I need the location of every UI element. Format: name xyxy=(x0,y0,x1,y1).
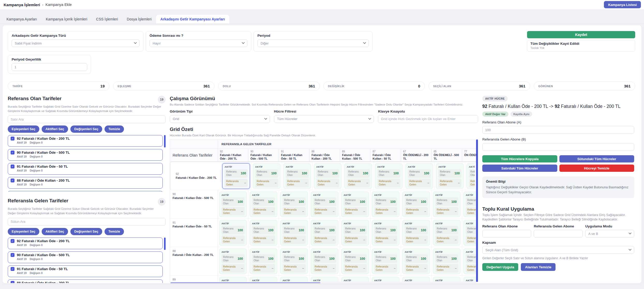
bulk-ref-subscriber-input[interactable] xyxy=(482,230,531,238)
checkbox-checked-icon[interactable]: ✓ xyxy=(11,137,14,140)
grid-cell[interactable]: AKTİF Referans Olan100 Referansla Gelen– xyxy=(280,220,308,246)
grid-cell[interactable]: AKTİF Referans Olan100 Referansla Gelen– xyxy=(436,163,464,189)
list-scrollbar-thumb[interactable] xyxy=(164,238,166,250)
campaign-type-select[interactable]: Sabit Fiyat İndirim xyxy=(12,39,139,47)
grid-cell[interactable]: AKTİF Referans Olan100 Referansla Gelen– xyxy=(402,277,430,282)
all-cells-in-column-button[interactable]: Sütundaki Tüm Hücreler xyxy=(559,155,634,162)
grid-cell[interactable]: AKTİF Referans Olan100 Referansla Gelen– xyxy=(405,163,433,189)
incoming-subscriber-b-input[interactable] xyxy=(482,143,634,151)
grid-cell[interactable]: AKTİF Referans Olan100 Referansla Gelen– xyxy=(280,277,308,282)
period-select[interactable]: Diğer xyxy=(257,39,369,47)
grid-cell[interactable]: AKTİF Referans Olan100 Referansla Gelen– xyxy=(219,220,247,246)
bulk-mode-select[interactable]: A ve B xyxy=(585,230,634,238)
grid-cell[interactable]: AKTİF Referans Olan100 Referansla Gelen– xyxy=(372,248,399,274)
grid-cell[interactable]: AKTİF Referans Olan100 Referansla Gelen– xyxy=(463,248,478,274)
grid-cell[interactable]: AKTİF Referans Olan100 Referansla Gelen– xyxy=(463,191,478,217)
checkbox-checked-icon[interactable]: ✓ xyxy=(11,151,14,154)
grid-cell[interactable]: AKTİF Referans Olan100 Referansla Gelen– xyxy=(372,191,399,217)
grid-cell[interactable]: AKTİF Referans Olan100 Referansla Gelen– xyxy=(250,277,277,282)
tariff-list-item[interactable]: ✓ 88 Faturalı / Öde Kullan - 200 TL Akti… xyxy=(8,279,163,283)
grid-cell[interactable]: AKTİF Referans Olan100 Referansla Gelen– xyxy=(433,220,461,246)
panel-action-button[interactable]: Temizle xyxy=(105,228,124,235)
save-button[interactable]: Kaydet xyxy=(527,31,635,38)
grid-cell[interactable]: AKTİF Referans Olan100 Referansla Gelen– xyxy=(311,248,338,274)
tab-kampanya-icerik[interactable]: Kampanya İçerik İşlemleri xyxy=(41,15,92,24)
panel-action-button[interactable]: Eşleşenleri Seç xyxy=(8,228,39,235)
grid-cell[interactable]: AKTİF Referans Olan100 Referansla Gelen– xyxy=(314,163,342,189)
grid-cell[interactable]: AKTİF Referans Olan100 Referansla Gelen– xyxy=(250,220,277,246)
checkbox-checked-icon[interactable]: ✓ xyxy=(11,267,14,271)
tab-kampanya-ayarlari[interactable]: Kampanya Ayarları xyxy=(2,15,41,24)
tariff-list-item[interactable]: ✓ 90 Faturalı / Kullan Öde - 500 TL Akti… xyxy=(8,251,163,263)
tariff-list-item[interactable]: ✓ 92 Faturalı / Kullan Öde - 200 TL Akti… xyxy=(8,238,163,249)
panel-action-button[interactable]: Aktifleri Seç xyxy=(42,228,68,235)
panel-action-button[interactable]: Değişenleri Seç xyxy=(70,125,102,133)
grid-cell[interactable]: AKTİF Referans Olan100 Referansla Gelen– xyxy=(341,277,369,282)
reference-subscriber-a-input[interactable] xyxy=(482,126,634,134)
row-search-input[interactable] xyxy=(8,115,166,123)
grid-cell[interactable]: AKTİF Referans Olan100 Referansla Gelen– xyxy=(253,163,280,189)
tab-css-islemleri[interactable]: CSS İşlemleri xyxy=(92,15,122,24)
checkbox-checked-icon[interactable]: ✓ xyxy=(11,165,14,168)
tariff-list-item-partial[interactable] xyxy=(8,191,163,192)
panel-action-button[interactable]: Temizle xyxy=(105,125,124,133)
checkbox-checked-icon[interactable]: ✓ xyxy=(11,179,14,182)
panel-action-button[interactable]: Değişenleri Seç xyxy=(70,228,102,235)
copy-to-all-cells-button[interactable]: Tüm Hücrelere Kopyala xyxy=(482,155,557,162)
grid-cell[interactable]: AKTİF Referans Olan100 Referansla Gelen– xyxy=(311,277,338,282)
checkbox-checked-icon[interactable]: ✓ xyxy=(11,281,14,283)
grid-cell[interactable]: AKTİF Referans Olan100 Referansla Gelen– xyxy=(311,220,338,246)
grid-cell[interactable]: AKTİF Referans Olan100 Referansla Gelen– xyxy=(375,163,403,189)
grid-cell[interactable]: AKTİF Referans Olan100 Referansla Gelen– xyxy=(467,163,475,189)
tariff-list-item[interactable]: ✓ 91 Faturalı / Kullan Öde - 50 TL Aktif… xyxy=(8,265,163,277)
grid-cell[interactable]: AKTİF Referans Olan100 Referansla Gelen– xyxy=(433,248,461,274)
bulk-scope-select[interactable]: Seçili Alan (Tüm Grid) xyxy=(482,246,634,254)
grid-cell[interactable]: AKTİF Referans Olan100 Referansla Gelen– xyxy=(433,277,461,282)
clear-cell-button[interactable]: Hücreyi Temizle xyxy=(559,165,634,172)
grid-cell[interactable]: AKTİF Referans Olan100 Referansla Gelen– xyxy=(402,220,430,246)
grid-horizontal-scrollbar-thumb[interactable] xyxy=(170,283,321,283)
grid-cell[interactable]: AKTİF Referans Olan100 Referansla Gelen– xyxy=(283,163,311,189)
grid-cell[interactable]: AKTİF Referans Olan100 Referansla Gelen– xyxy=(402,248,430,274)
grid-cell[interactable]: AKTİF Referans Olan100 Referansla Gelen– xyxy=(250,248,277,274)
grid-cell[interactable]: AKTİF Referans Olan100 Referansla Gelen– xyxy=(341,191,369,217)
view-type-select[interactable]: Grid xyxy=(170,115,270,123)
list-scrollbar-thumb[interactable] xyxy=(164,135,166,147)
tariff-list-item[interactable]: ✓ 91 Faturalı / Kullan Öde - 50 TL Aktif… xyxy=(8,163,163,175)
tariff-list-item[interactable]: ✓ 92 Faturalı / Kullan Öde - 200 TL Akti… xyxy=(8,135,163,147)
apply-values-button[interactable]: Değerleri Uygula xyxy=(482,263,518,271)
grid-cell[interactable]: AKTİF Referans Olan100 Referansla Gelen– xyxy=(219,191,247,217)
grid-cell[interactable]: AKTİF Referans Olan100 Referansla Gelen– xyxy=(311,191,338,217)
bulk-inc-subscriber-input[interactable] xyxy=(534,230,583,238)
grid-cell[interactable]: AKTİF Referans Olan100 Referansla Gelen– xyxy=(222,163,250,189)
campaign-list-button[interactable]: Kampanya Listesi xyxy=(604,1,641,8)
grid-cell[interactable]: AKTİF Referans Olan100 Referansla Gelen– xyxy=(372,277,399,282)
post-payment-select[interactable]: Hayır xyxy=(150,39,247,47)
grid-cell[interactable]: AKTİF Referans Olan100 Referansla Gelen– xyxy=(219,248,247,274)
clear-fields-button[interactable]: Alanları Temizle xyxy=(521,263,556,271)
tab-dosya-islemleri[interactable]: Dosya İşlemleri xyxy=(122,15,156,24)
grid-cell[interactable]: AKTİF Referans Olan100 Referansla Gelen– xyxy=(219,277,247,282)
tariff-list-item[interactable]: ✓ 90 Faturalı / Kullan Öde - 500 TL Akti… xyxy=(8,149,163,161)
panel-action-button[interactable]: Aktifleri Seç xyxy=(42,125,68,133)
column-search-input[interactable] xyxy=(8,218,166,226)
grid-cell[interactable]: AKTİF Referans Olan100 Referansla Gelen– xyxy=(341,248,369,274)
grid-cell[interactable]: AKTİF Referans Olan100 Referansla Gelen– xyxy=(250,191,277,217)
panel-action-button[interactable]: Eşleşenleri Seç xyxy=(8,125,39,133)
checkbox-checked-icon[interactable]: ✓ xyxy=(11,253,14,257)
keyboard-shortcut-input[interactable] xyxy=(378,115,478,123)
grid-cell[interactable]: AKTİF Referans Olan100 Referansla Gelen– xyxy=(402,191,430,217)
grid-cell[interactable]: AKTİF Referans Olan100 Referansla Gelen– xyxy=(344,163,372,189)
breadcrumb-root[interactable]: Kampanya İşlemleri xyxy=(4,3,40,7)
checkbox-checked-icon[interactable]: ✓ xyxy=(11,239,14,243)
period-validity-input[interactable] xyxy=(12,63,87,71)
grid-cell[interactable]: AKTİF Referans Olan100 Referansla Gelen– xyxy=(463,277,478,282)
grid-cell[interactable]: AKTİF Referans Olan100 Referansla Gelen– xyxy=(280,191,308,217)
grid-cell[interactable]: AKTİF Referans Olan100 Referansla Gelen– xyxy=(433,191,461,217)
grid-cell[interactable]: AKTİF Referans Olan100 Referansla Gelen– xyxy=(280,248,308,274)
grid-vertical-scrollbar[interactable] xyxy=(476,139,478,282)
tariff-list-item[interactable]: ✓ 88 Faturalı / Öde Kullan - 200 TL Akti… xyxy=(8,177,163,189)
tab-arkadasini-getir[interactable]: Arkadaşını Getir Kampanyası Ayarları xyxy=(156,15,230,24)
grid-cell[interactable]: AKTİF Referans Olan100 Referansla Gelen– xyxy=(463,220,478,246)
cell-filter-select[interactable]: Tüm Hücreler xyxy=(274,115,374,123)
